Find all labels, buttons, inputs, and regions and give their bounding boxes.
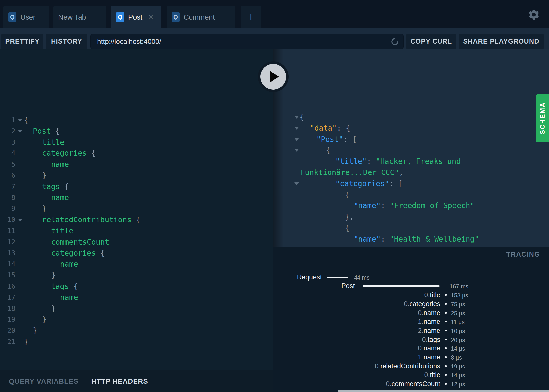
tab-label: Post — [128, 13, 142, 21]
response-line: { — [273, 112, 549, 123]
execute-query-button[interactable] — [258, 61, 289, 92]
prettify-button[interactable]: PRETTIFY — [1, 34, 43, 49]
history-button[interactable]: HISTORY — [46, 34, 87, 49]
editor-line: 11title — [0, 225, 273, 237]
line-number: 12 — [0, 237, 15, 248]
trace-label: 0.title — [273, 370, 440, 379]
editor-line: 7tags { — [0, 181, 273, 192]
close-tab-icon[interactable]: ✕ — [148, 14, 154, 21]
play-icon — [260, 64, 286, 90]
response-pane: {"data": {"Post": [{"title": "Hacker, Fr… — [273, 49, 549, 247]
tracing-panel: TRACING Request 44 ms Post 167 ms 0.titl… — [273, 247, 549, 392]
tracing-horizontal-scrollbar[interactable] — [338, 390, 549, 392]
trace-duration-bar — [445, 330, 447, 331]
fold-arrow-icon[interactable] — [294, 149, 299, 152]
http-headers-tab[interactable]: HTTP HEADERS — [91, 377, 148, 385]
trace-field-name: name — [423, 344, 440, 352]
trace-duration-bar — [445, 347, 447, 349]
response-line: "data": { — [273, 123, 549, 134]
line-number: 13 — [0, 248, 15, 259]
editor-line: 4categories { — [0, 148, 273, 159]
trace-duration-value: 14 µs — [451, 371, 465, 380]
copy-curl-button[interactable]: COPY CURL — [406, 34, 456, 49]
line-number: 5 — [0, 159, 15, 170]
trace-row: 0.title153 µs — [273, 291, 549, 299]
endpoint-url-wrap — [90, 34, 404, 49]
trace-label: 0.name — [273, 308, 440, 317]
trace-row-request: Request 44 ms — [273, 273, 549, 282]
tab-bar: QUserNew TabQPost✕QComment+ — [0, 0, 549, 28]
trace-label: Request — [273, 273, 322, 282]
response-line: "name": "Health & Wellbeing" — [273, 234, 549, 245]
trace-index-prefix: 0. — [424, 291, 430, 299]
tab-user[interactable]: QUser — [3, 6, 49, 28]
trace-index-prefix: 2. — [418, 327, 424, 334]
trace-label: 0.categories — [273, 299, 440, 308]
trace-label: Post — [273, 281, 355, 290]
fold-arrow-icon[interactable] — [294, 138, 299, 141]
editor-line: 10relatedContributions { — [0, 214, 273, 225]
editor-line: 19} — [0, 314, 273, 325]
tabs-strip: QUserNew TabQPost✕QComment+ — [0, 6, 261, 28]
line-number: 6 — [0, 170, 15, 181]
trace-index-prefix: 0. — [424, 371, 430, 379]
response-line: "title": "Hacker, Freaks und — [273, 156, 549, 167]
editor-line: 8name — [0, 192, 273, 203]
editor-line: 14name — [0, 259, 273, 270]
line-number: 16 — [0, 281, 15, 292]
trace-label: 1.name — [273, 353, 440, 362]
fold-arrow-icon[interactable] — [294, 127, 299, 130]
trace-field-name: title — [430, 371, 440, 379]
trace-field-name: name — [423, 318, 440, 325]
line-number: 1 — [0, 115, 15, 126]
trace-label: 0.name — [273, 344, 440, 353]
editor-line: 15} — [0, 270, 273, 281]
response-line: "Post": [ — [273, 134, 549, 145]
fold-arrow-icon[interactable] — [294, 116, 299, 119]
editor-line: 6} — [0, 170, 273, 181]
tab-comment[interactable]: QComment — [167, 6, 235, 28]
trace-duration-value: 25 µs — [451, 309, 465, 318]
query-badge: Q — [172, 12, 180, 22]
fold-arrow-icon[interactable] — [18, 119, 22, 122]
line-number: 21 — [0, 336, 15, 347]
line-number: 8 — [0, 192, 15, 203]
trace-label: 0.commentsCount — [273, 379, 440, 388]
response-json: {"data": {"Post": [{"title": "Hacker, Fr… — [273, 49, 549, 247]
schema-side-tab[interactable]: SCHEMA — [536, 94, 549, 142]
trace-row: 0.relatedContributions19 µs — [273, 362, 549, 370]
line-number: 9 — [0, 203, 15, 214]
tab-label: Comment — [184, 13, 215, 21]
response-line: }, — [273, 211, 549, 222]
query-editor[interactable]: 1{2Post {3title4categories {5name6}7tags… — [0, 49, 273, 370]
new-tab-button[interactable]: + — [241, 6, 261, 28]
trace-row: 0.title14 µs — [273, 370, 549, 379]
trace-label: 1.name — [273, 317, 440, 326]
trace-field-name: categories — [409, 300, 440, 308]
endpoint-url-input[interactable] — [90, 34, 404, 49]
query-variables-tab[interactable]: QUERY VARIABLES — [9, 377, 79, 385]
response-line: }, — [273, 245, 549, 247]
fold-arrow-icon[interactable] — [18, 219, 22, 221]
line-number: 20 — [0, 325, 15, 336]
trace-duration-value: 44 ms — [354, 273, 370, 282]
tab-post[interactable]: QPost✕ — [111, 6, 161, 28]
share-playground-button[interactable]: SHARE PLAYGROUND — [459, 34, 544, 49]
response-line: "name": "Freedom of Speech" — [273, 200, 549, 211]
editor-line: 5name — [0, 159, 273, 170]
fold-arrow-icon[interactable] — [18, 130, 22, 133]
trace-duration-bar — [445, 374, 447, 376]
tab-new-tab[interactable]: New Tab — [53, 6, 106, 28]
fold-arrow-icon[interactable] — [294, 182, 299, 185]
response-line: Funktionäre...Der CCC", — [273, 167, 549, 178]
trace-index-prefix: 0. — [418, 309, 424, 317]
editor-line: 12commentsCount — [0, 237, 273, 248]
trace-duration-bar — [445, 303, 447, 305]
trace-duration-value: 153 µs — [451, 291, 468, 300]
reload-endpoint-icon[interactable] — [390, 37, 400, 46]
trace-field-name: name — [423, 327, 440, 334]
trace-label: 0.relatedContributions — [273, 362, 440, 370]
editor-line: 17name — [0, 292, 273, 303]
editor-line: 9} — [0, 203, 273, 214]
settings-gear-icon[interactable] — [528, 8, 540, 21]
